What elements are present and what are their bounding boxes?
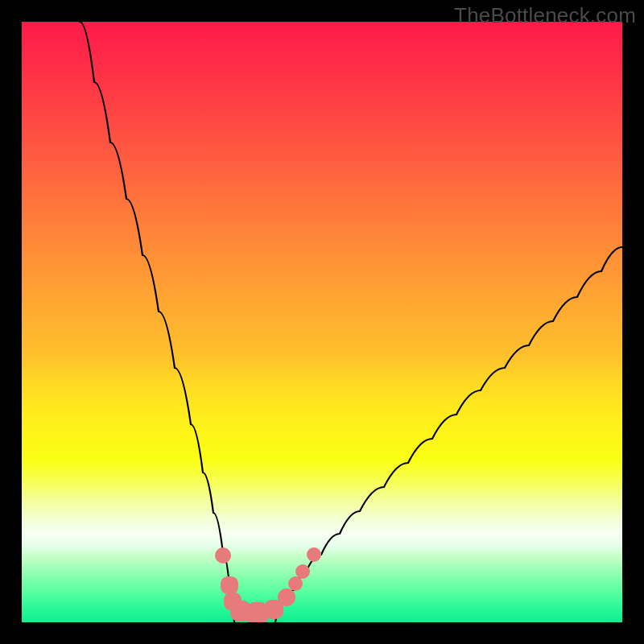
right-curve (275, 247, 622, 622)
left-curve (80, 22, 234, 622)
marker-group (215, 547, 321, 622)
curve-marker (307, 547, 321, 562)
chart-area (22, 22, 622, 622)
curve-marker (288, 576, 303, 591)
chart-svg (22, 22, 622, 622)
curve-marker (221, 576, 238, 594)
curve-marker (278, 588, 295, 606)
curve-marker (215, 547, 231, 564)
watermark-text: TheBottleneck.com (454, 3, 636, 28)
curve-marker (295, 564, 310, 579)
